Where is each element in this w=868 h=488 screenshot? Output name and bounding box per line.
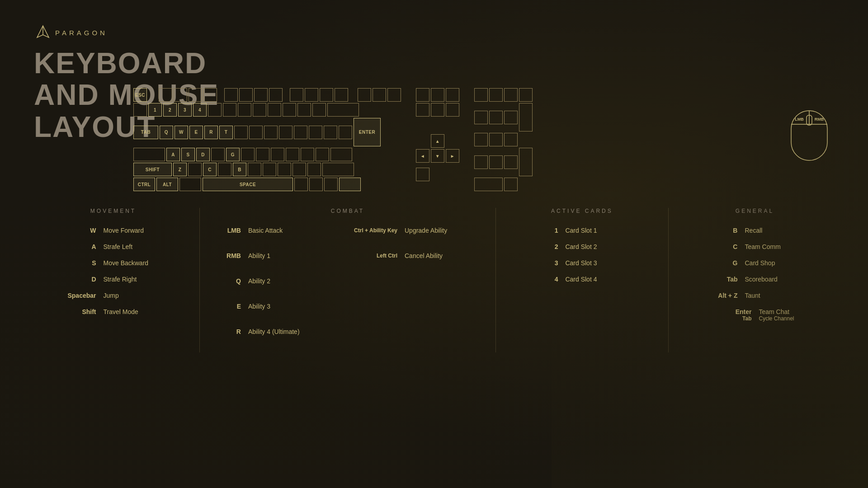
key-num9 xyxy=(504,111,518,124)
binding-key: B xyxy=(701,227,737,234)
key-l xyxy=(286,148,299,161)
combat-cols: LMB Basic Attack RMB Ability 1 Q Ability… xyxy=(209,227,486,344)
key-num6 xyxy=(504,133,518,146)
key-f5 xyxy=(224,88,238,102)
binding-row: S Move Backward xyxy=(36,259,190,267)
binding-action: Card Slot 3 xyxy=(565,259,619,267)
key-shift-right xyxy=(322,163,354,176)
key-t: T xyxy=(219,126,233,139)
binding-key: D xyxy=(60,276,96,283)
key-x xyxy=(188,163,202,176)
enter-key-label: Enter xyxy=(736,308,752,315)
binding-key: 1 xyxy=(544,227,558,234)
cycle-channel-action: Cycle Channel xyxy=(759,315,794,322)
key-f2 xyxy=(174,88,187,102)
key-backslash xyxy=(339,126,352,139)
key-3: 3 xyxy=(178,103,192,117)
key-j xyxy=(256,148,269,161)
key-pgdn xyxy=(446,103,459,117)
key-semicolon xyxy=(301,148,314,161)
binding-key: W xyxy=(60,227,96,234)
key-f9 xyxy=(290,88,303,102)
binding-action: Cancel Ability xyxy=(405,252,477,259)
combat-col2: Ctrl + Ability Key Upgrade Ability Left … xyxy=(339,227,477,344)
logo-area: PARAGON xyxy=(36,25,108,41)
binding-row: Ctrl + Ability Key Upgrade Ability xyxy=(339,227,477,234)
binding-action: Card Slot 4 xyxy=(565,276,619,283)
key-period xyxy=(292,163,306,176)
binding-action: Scoreboard xyxy=(745,276,808,283)
movement-title: MOVEMENT xyxy=(36,208,190,214)
key-5 xyxy=(208,103,222,117)
binding-action: Strafe Left xyxy=(104,243,167,250)
binding-action: Travel Mode xyxy=(104,308,167,315)
key-backspace xyxy=(327,103,359,117)
key-c: C xyxy=(203,163,217,176)
key-pgup xyxy=(446,88,459,102)
key-scrl xyxy=(373,88,386,102)
binding-key: G xyxy=(701,259,737,267)
key-minus xyxy=(297,103,311,117)
combat-title: COMBAT xyxy=(209,208,486,214)
key-quote xyxy=(316,148,329,161)
key-num4 xyxy=(474,133,488,146)
mouse-svg: LMB RMB xyxy=(787,93,832,163)
key-f8 xyxy=(269,88,283,102)
key-a: A xyxy=(166,148,180,161)
binding-action: Card Shop xyxy=(745,259,808,267)
logo-text: PARAGON xyxy=(55,29,108,37)
binding-action: Jump xyxy=(104,292,167,299)
key-f7 xyxy=(254,88,268,102)
binding-key: A xyxy=(60,243,96,250)
keyboard-main: Esc xyxy=(133,88,401,191)
binding-row: G Card Shop xyxy=(678,259,832,267)
key-enter2 xyxy=(330,148,352,161)
active-cards-section: ACTIVE CARDS 1 Card Slot 1 2 Card Slot 2… xyxy=(505,208,659,352)
binding-row: LMB Basic Attack xyxy=(218,227,321,234)
binding-row: RMB Ability 1 xyxy=(218,252,321,259)
key-altgr xyxy=(294,178,308,191)
binding-key: Left Ctrl xyxy=(339,253,397,259)
key-numdot xyxy=(504,178,518,191)
key-h xyxy=(241,148,255,161)
binding-key: Q xyxy=(218,277,241,285)
key-num0 xyxy=(474,178,503,191)
binding-key: Alt + Z xyxy=(701,292,737,299)
binding-action: Strafe Right xyxy=(104,276,167,283)
key-f12 xyxy=(335,88,348,102)
binding-row: W Move Forward xyxy=(36,227,190,234)
key-f11 xyxy=(320,88,333,102)
key-q: Q xyxy=(160,126,173,139)
key-i xyxy=(264,126,278,139)
key-numlock xyxy=(474,88,488,102)
key-del xyxy=(416,103,429,117)
binding-row: A Strafe Left xyxy=(36,243,190,250)
key-rbracket xyxy=(324,126,337,139)
key-f4 xyxy=(203,88,217,102)
key-9 xyxy=(268,103,281,117)
key-6 xyxy=(223,103,236,117)
binding-key: 4 xyxy=(544,276,558,283)
binding-action: Ability 2 xyxy=(248,277,321,285)
binding-row: 3 Card Slot 3 xyxy=(505,259,659,267)
keyboard-numpad xyxy=(474,88,533,191)
keyboard-nav: ▲ ◄ ▼ ► xyxy=(416,88,459,181)
binding-key: C xyxy=(701,243,737,250)
key-backtick xyxy=(133,103,147,117)
binding-action: Taunt xyxy=(745,292,808,299)
key-right: ► xyxy=(446,149,459,163)
general-title: GENERAL xyxy=(678,208,832,214)
binding-action: Ability 3 xyxy=(248,303,321,310)
binding-row: Shift Travel Mode xyxy=(36,308,190,315)
key-ctrl-left: Ctrl xyxy=(133,178,155,191)
key-down: ▼ xyxy=(431,149,444,163)
key-enter: Enter xyxy=(354,118,381,146)
key-b: B xyxy=(233,163,246,176)
general-section: GENERAL B Recall C Team Comm G Card Shop… xyxy=(678,208,832,352)
team-chat-row: Enter Tab Team Chat Cycle Channel xyxy=(678,308,832,322)
key-num2 xyxy=(489,155,503,169)
key-space: Space xyxy=(203,178,293,191)
binding-row: B Recall xyxy=(678,227,832,234)
binding-key: Ctrl + Ability Key xyxy=(339,227,397,234)
key-d: D xyxy=(196,148,210,161)
